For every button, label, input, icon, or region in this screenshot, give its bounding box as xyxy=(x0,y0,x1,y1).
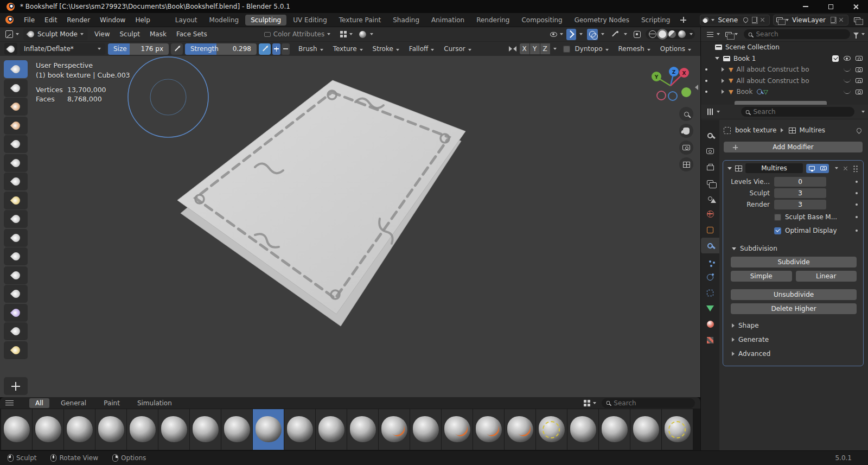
properties-tab-world[interactable] xyxy=(701,206,719,222)
menu-item[interactable]: File xyxy=(19,14,40,26)
pin-icon[interactable] xyxy=(856,127,863,134)
subdivision-section-header[interactable]: Subdivision xyxy=(723,241,863,256)
show-in-viewport-toggle[interactable] xyxy=(806,164,818,173)
hide-toggle-icon[interactable] xyxy=(844,68,851,72)
brush-thumbnail[interactable] xyxy=(379,409,410,450)
editor-type-button[interactable] xyxy=(3,29,21,40)
collapsed-section-header[interactable]: Advanced xyxy=(723,347,863,361)
asset-shelf-tab[interactable]: Simulation xyxy=(131,398,178,408)
hide-toggle-icon[interactable] xyxy=(844,56,851,61)
gizmos-toggle[interactable] xyxy=(566,29,576,40)
expand-icon[interactable] xyxy=(722,90,724,94)
animate-dot[interactable] xyxy=(856,192,858,195)
asset-search[interactable] xyxy=(602,398,695,408)
render-visibility-icon[interactable] xyxy=(856,67,863,72)
scene-selector[interactable]: Scene xyxy=(700,15,770,26)
display-mode-dropdown[interactable] xyxy=(593,402,596,404)
brush-thumbnail[interactable] xyxy=(253,409,284,450)
remove-viewlayer-icon[interactable] xyxy=(839,17,844,22)
sculpt-tool-button-clay[interactable] xyxy=(4,98,28,116)
brush-thumbnail[interactable] xyxy=(567,409,598,450)
properties-tab-output[interactable] xyxy=(701,159,719,175)
field-value[interactable]: 3 xyxy=(774,200,826,209)
brush-thumbnail[interactable] xyxy=(473,409,504,450)
brush-thumbnail[interactable] xyxy=(630,409,661,450)
material-preview-button[interactable] xyxy=(668,30,676,38)
properties-tab-texture[interactable] xyxy=(701,332,719,348)
brush-thumbnail[interactable] xyxy=(536,409,567,450)
workspace-tab[interactable]: UV Editing xyxy=(288,15,333,26)
settings-dropdown[interactable]: Falloff xyxy=(404,45,439,53)
blender-menu-icon[interactable] xyxy=(5,16,14,24)
linear-button[interactable]: Linear xyxy=(796,271,857,282)
symmetry-axis-button[interactable]: X xyxy=(520,43,529,54)
animate-dot[interactable] xyxy=(856,230,858,232)
brush-thumbnail[interactable] xyxy=(347,409,378,450)
gizmos-dropdown[interactable] xyxy=(579,33,583,35)
outliner-editor-type-button[interactable] xyxy=(705,29,722,40)
properties-search[interactable] xyxy=(741,107,854,117)
pin-icon[interactable] xyxy=(742,16,749,23)
camera-view-button[interactable] xyxy=(679,141,693,155)
menu-item[interactable]: Help xyxy=(130,14,155,26)
sculpt-tool-button-fill[interactable] xyxy=(4,266,28,284)
filter-icon[interactable] xyxy=(853,33,859,36)
brush-thumbnail[interactable] xyxy=(221,409,252,450)
sculpt-tool-button-crease[interactable] xyxy=(4,210,28,228)
symmetry-axis-button[interactable]: Y xyxy=(530,43,540,54)
brush-thumbnail[interactable] xyxy=(410,409,441,450)
properties-options-dropdown[interactable] xyxy=(861,111,865,113)
overlays-toggle[interactable] xyxy=(587,29,598,40)
breadcrumb-modifier[interactable]: Multires xyxy=(799,126,825,134)
properties-tab-constraints[interactable] xyxy=(701,285,719,301)
brush-thumbnail[interactable] xyxy=(190,409,221,450)
gizmo-neg-z-axis[interactable] xyxy=(668,92,677,100)
outliner-row-object[interactable]: ▼ All about Construct bo xyxy=(701,64,868,75)
collapse-panel-icon[interactable] xyxy=(727,167,732,170)
unlink-scene-icon[interactable] xyxy=(760,17,765,22)
new-viewlayer-icon[interactable] xyxy=(831,17,835,23)
pan-button[interactable] xyxy=(679,124,693,138)
outliner-row-object[interactable]: ▼ All about Construct bo xyxy=(701,75,868,87)
brush-preview-button[interactable] xyxy=(4,43,17,55)
workspace-tab[interactable]: Scripting xyxy=(636,15,675,26)
outliner-row-collection[interactable]: Book 1 xyxy=(701,53,868,65)
settings-dropdown[interactable]: Cursor xyxy=(439,45,476,53)
properties-tab-object-data[interactable] xyxy=(701,301,719,316)
outliner-search-input[interactable] xyxy=(756,30,846,38)
properties-editor-type-button[interactable] xyxy=(705,106,722,118)
display-grid-icon[interactable] xyxy=(584,400,590,406)
hamburger-menu-icon[interactable] xyxy=(5,400,14,406)
brush-thumbnail[interactable] xyxy=(127,409,158,450)
brush-thumbnail[interactable] xyxy=(95,409,126,450)
header-menu-item[interactable]: Mask xyxy=(145,30,171,38)
render-visibility-icon[interactable] xyxy=(856,78,863,83)
remesh-dropdown[interactable]: Remesh xyxy=(614,45,655,53)
delete-higher-button[interactable]: Delete Higher xyxy=(731,303,857,314)
workspace-tab[interactable]: Animation xyxy=(426,15,470,26)
header-menu-item[interactable]: View xyxy=(90,30,114,38)
brush-thumbnail[interactable] xyxy=(442,409,473,450)
gizmo-neg-x-axis[interactable] xyxy=(657,91,666,100)
sculpt-tool-button-blob[interactable] xyxy=(4,192,28,209)
zoom-button[interactable] xyxy=(679,107,693,121)
asset-shelf-tab[interactable]: General xyxy=(55,398,92,408)
modifier-extras-dropdown[interactable] xyxy=(835,167,838,169)
properties-tab-object[interactable] xyxy=(701,222,719,238)
increase-button[interactable] xyxy=(272,43,280,55)
sculpt-tool-button-draw[interactable] xyxy=(4,60,28,78)
brush-thumbnail[interactable] xyxy=(316,409,347,450)
asset-shelf-tab[interactable]: All xyxy=(29,398,49,408)
outliner-row-object[interactable]: ▼ Book ▽ xyxy=(701,86,868,98)
breadcrumb-object[interactable]: book texture xyxy=(735,126,776,134)
add-workspace-button[interactable] xyxy=(680,17,686,23)
header-menu-item[interactable]: Sculpt xyxy=(114,30,144,38)
workspace-tab[interactable]: Layout xyxy=(170,15,203,26)
solid-shading-button[interactable] xyxy=(659,30,666,38)
size-pressure-button[interactable] xyxy=(171,43,183,55)
render-pass-button[interactable] xyxy=(631,29,643,40)
brush-thumbnail[interactable] xyxy=(64,409,95,450)
hide-toggle-icon[interactable] xyxy=(844,79,851,82)
settings-dropdown[interactable]: Texture xyxy=(328,45,368,53)
size-slider[interactable]: Size 176 px xyxy=(108,43,169,55)
